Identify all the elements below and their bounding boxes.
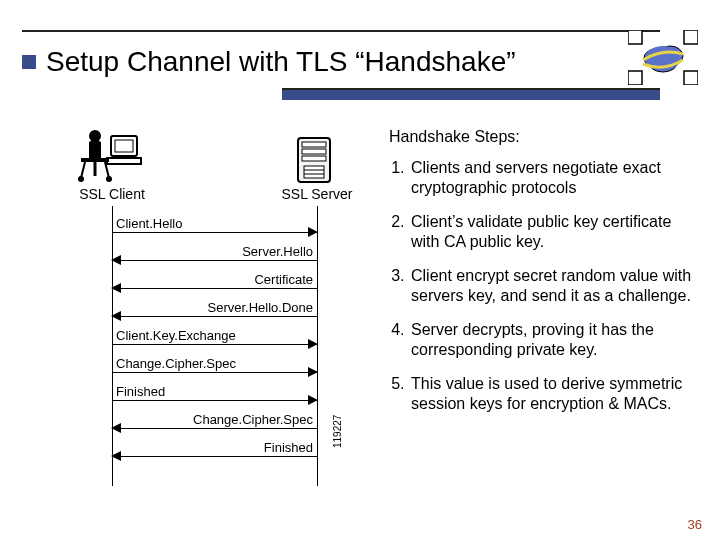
cloud-logo-icon bbox=[628, 30, 698, 85]
message-line bbox=[112, 428, 317, 429]
title-row: Setup Channel with TLS “Handshake” bbox=[22, 46, 698, 78]
svg-rect-1 bbox=[684, 30, 698, 44]
server-actor-label: SSL Server bbox=[267, 186, 367, 202]
handshake-message: Change.Cipher.Spec bbox=[112, 358, 317, 378]
svg-rect-3 bbox=[684, 71, 698, 85]
handshake-message: Client.Key.Exchange bbox=[112, 330, 317, 350]
title-underline bbox=[22, 88, 660, 102]
message-line bbox=[112, 400, 317, 401]
arrow-left-icon bbox=[111, 423, 121, 433]
arrow-right-icon bbox=[308, 395, 318, 405]
handshake-message: Certificate bbox=[112, 274, 317, 294]
svg-rect-22 bbox=[304, 166, 324, 178]
message-line bbox=[112, 372, 317, 373]
message-label: Client.Hello bbox=[116, 216, 182, 231]
diagram-id-label: 119227 bbox=[332, 415, 343, 448]
step-item: Server decrypts, proving it has the corr… bbox=[409, 320, 698, 360]
svg-rect-2 bbox=[628, 71, 642, 85]
handshake-message: Change.Cipher.Spec bbox=[112, 414, 317, 434]
message-line bbox=[112, 288, 317, 289]
arrow-left-icon bbox=[111, 451, 121, 461]
svg-line-13 bbox=[81, 162, 85, 178]
steps-heading: Handshake Steps: bbox=[389, 128, 698, 146]
handshake-message: Finished bbox=[112, 442, 317, 462]
message-label: Server.Hello.Done bbox=[208, 300, 314, 315]
message-label: Finished bbox=[116, 384, 165, 399]
svg-rect-9 bbox=[115, 140, 133, 152]
arrow-right-icon bbox=[308, 367, 318, 377]
diagram-column: SSL Client SSL Server Client.HelloServer… bbox=[22, 118, 377, 510]
message-label: Change.Cipher.Spec bbox=[116, 356, 236, 371]
svg-point-16 bbox=[106, 176, 112, 182]
svg-rect-21 bbox=[302, 156, 326, 161]
step-item: Client encrypt secret random value with … bbox=[409, 266, 698, 306]
message-label: Finished bbox=[264, 440, 313, 455]
message-label: Certificate bbox=[254, 272, 313, 287]
arrow-left-icon bbox=[111, 311, 121, 321]
server-tower-icon bbox=[292, 136, 337, 184]
svg-rect-10 bbox=[107, 158, 141, 164]
content-area: SSL Client SSL Server Client.HelloServer… bbox=[22, 118, 698, 510]
message-line bbox=[112, 456, 317, 457]
svg-point-15 bbox=[78, 176, 84, 182]
arrow-left-icon bbox=[111, 283, 121, 293]
arrow-right-icon bbox=[308, 339, 318, 349]
step-item: Client’s validate public key certificate… bbox=[409, 212, 698, 252]
handshake-message: Client.Hello bbox=[112, 218, 317, 238]
top-rule bbox=[22, 30, 660, 32]
svg-rect-0 bbox=[628, 30, 642, 44]
handshake-message: Server.Hello.Done bbox=[112, 302, 317, 322]
client-actor-label: SSL Client bbox=[62, 186, 162, 202]
step-item: Clients and servers negotiate exact cryp… bbox=[409, 158, 698, 198]
arrow-right-icon bbox=[308, 227, 318, 237]
message-label: Change.Cipher.Spec bbox=[193, 412, 313, 427]
page-number: 36 bbox=[688, 517, 702, 532]
message-line bbox=[112, 260, 317, 261]
message-label: Client.Key.Exchange bbox=[116, 328, 236, 343]
slide: Setup Channel with TLS “Handshake” bbox=[0, 0, 720, 540]
svg-rect-12 bbox=[81, 158, 109, 162]
steps-column: Handshake Steps: Clients and servers neg… bbox=[377, 118, 698, 510]
slide-title: Setup Channel with TLS “Handshake” bbox=[46, 46, 516, 78]
title-bullet-icon bbox=[22, 55, 36, 69]
arrow-left-icon bbox=[111, 255, 121, 265]
message-line bbox=[112, 316, 317, 317]
step-item: This value is used to derive symmetric s… bbox=[409, 374, 698, 414]
svg-rect-19 bbox=[302, 142, 326, 147]
steps-list: Clients and servers negotiate exact cryp… bbox=[389, 158, 698, 414]
client-workstation-icon bbox=[77, 128, 147, 183]
handshake-message: Server.Hello bbox=[112, 246, 317, 266]
message-line bbox=[112, 232, 317, 233]
handshake-diagram: SSL Client SSL Server Client.HelloServer… bbox=[22, 118, 377, 498]
handshake-message: Finished bbox=[112, 386, 317, 406]
message-label: Server.Hello bbox=[242, 244, 313, 259]
message-line bbox=[112, 344, 317, 345]
svg-rect-20 bbox=[302, 149, 326, 154]
